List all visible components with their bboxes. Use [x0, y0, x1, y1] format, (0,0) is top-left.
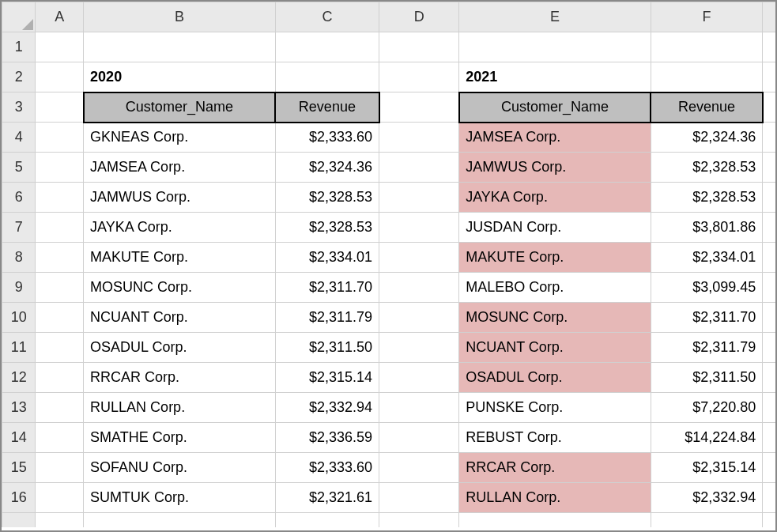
col-header-C[interactable]: C [275, 2, 379, 32]
row-header[interactable]: 4 [2, 123, 36, 153]
cell[interactable]: MAKUTE Corp. [459, 243, 651, 273]
cell[interactable]: $2,311.50 [275, 333, 379, 363]
cell[interactable]: $7,220.80 [651, 393, 763, 423]
cell[interactable] [36, 123, 84, 153]
cell[interactable] [36, 243, 84, 273]
cell[interactable]: JAMSEA Corp. [459, 123, 651, 153]
cell[interactable]: JAMWUS Corp. [84, 183, 276, 213]
cell[interactable]: Revenue [275, 92, 379, 123]
cell[interactable]: MOSUNC Corp. [84, 273, 276, 303]
cell[interactable]: $2,321.61 [275, 483, 379, 513]
cell[interactable]: $2,332.94 [275, 393, 379, 423]
cell[interactable] [763, 213, 775, 243]
cell[interactable]: GKNEAS Corp. [84, 123, 276, 153]
cell[interactable]: PUNSKE Corp. [459, 393, 651, 423]
cell[interactable] [379, 243, 459, 273]
col-header-B[interactable]: B [84, 2, 276, 32]
cell[interactable]: Customer_Name [84, 92, 276, 123]
cell[interactable]: JAYKA Corp. [459, 183, 651, 213]
cell[interactable]: $2,311.70 [651, 303, 763, 333]
cell[interactable] [763, 153, 775, 183]
cell[interactable] [36, 183, 84, 213]
cell[interactable]: $14,224.84 [651, 423, 763, 453]
cell[interactable] [84, 32, 276, 62]
cell[interactable] [763, 513, 775, 527]
cell[interactable] [36, 483, 84, 513]
row-header[interactable]: 11 [2, 333, 36, 363]
cell[interactable] [763, 393, 775, 423]
cell[interactable]: RULLAN Corp. [84, 393, 276, 423]
cell[interactable] [275, 62, 379, 92]
cell[interactable] [379, 453, 459, 483]
cell[interactable]: $2,311.79 [275, 303, 379, 333]
cell[interactable] [36, 153, 84, 183]
cell[interactable]: $2,324.36 [651, 123, 763, 153]
cell[interactable]: RRCAR Corp. [459, 453, 651, 483]
cell[interactable] [36, 393, 84, 423]
cell[interactable] [379, 273, 459, 303]
cell[interactable]: JAMSEA Corp. [84, 153, 276, 183]
cell[interactable] [763, 423, 775, 453]
cell[interactable] [36, 62, 84, 92]
cell[interactable] [84, 513, 276, 527]
cell[interactable]: NCUANT Corp. [459, 333, 651, 363]
cell[interactable] [459, 513, 651, 527]
col-header-extra[interactable] [763, 2, 775, 32]
cell[interactable]: JUSDAN Corp. [459, 213, 651, 243]
cell[interactable] [379, 483, 459, 513]
cell[interactable] [36, 32, 84, 62]
cell[interactable]: SMATHE Corp. [84, 423, 276, 453]
cell[interactable] [651, 32, 763, 62]
cell[interactable] [379, 32, 459, 62]
cell[interactable] [275, 32, 379, 62]
cell[interactable]: OSADUL Corp. [459, 363, 651, 393]
cell[interactable]: $2,328.53 [275, 183, 379, 213]
cell[interactable]: $2,334.01 [651, 243, 763, 273]
cell[interactable] [36, 333, 84, 363]
cell[interactable] [379, 153, 459, 183]
row-header[interactable]: 13 [2, 393, 36, 423]
cell[interactable]: $2,332.94 [651, 483, 763, 513]
cell[interactable] [763, 333, 775, 363]
cell[interactable] [379, 333, 459, 363]
cell[interactable] [36, 213, 84, 243]
cell[interactable] [36, 423, 84, 453]
cell[interactable] [763, 32, 775, 62]
row-header[interactable]: 7 [2, 213, 36, 243]
cell[interactable]: MALEBO Corp. [459, 273, 651, 303]
cell[interactable] [379, 303, 459, 333]
row-header[interactable]: 9 [2, 273, 36, 303]
cell[interactable] [379, 62, 459, 92]
cell[interactable]: $2,333.60 [275, 123, 379, 153]
cell[interactable]: $2,311.79 [651, 333, 763, 363]
row-header[interactable]: 15 [2, 453, 36, 483]
cell[interactable] [763, 363, 775, 393]
col-header-A[interactable]: A [36, 2, 84, 32]
cell[interactable]: SOFANU Corp. [84, 453, 276, 483]
row-header[interactable]: 1 [2, 32, 36, 62]
cell[interactable] [763, 62, 775, 92]
cell[interactable] [36, 513, 84, 527]
cell[interactable]: $2,311.50 [651, 363, 763, 393]
cell[interactable] [379, 363, 459, 393]
cell[interactable]: $3,099.45 [651, 273, 763, 303]
cell[interactable] [36, 363, 84, 393]
cell[interactable]: Revenue [651, 92, 763, 123]
row-header[interactable]: 6 [2, 183, 36, 213]
cell[interactable]: $2,324.36 [275, 153, 379, 183]
cell[interactable] [763, 123, 775, 153]
cell[interactable]: $2,328.53 [651, 183, 763, 213]
cell[interactable] [379, 213, 459, 243]
cell[interactable] [459, 32, 651, 62]
cell[interactable]: $2,315.14 [651, 453, 763, 483]
cell[interactable]: $2,328.53 [275, 213, 379, 243]
select-all-corner[interactable] [2, 2, 36, 32]
row-header[interactable]: 10 [2, 303, 36, 333]
cell[interactable] [763, 303, 775, 333]
cell[interactable] [763, 92, 775, 123]
cell[interactable] [379, 123, 459, 153]
cell[interactable]: JAMWUS Corp. [459, 153, 651, 183]
cell[interactable]: $3,801.86 [651, 213, 763, 243]
cell[interactable] [379, 513, 459, 527]
row-header[interactable]: 5 [2, 153, 36, 183]
